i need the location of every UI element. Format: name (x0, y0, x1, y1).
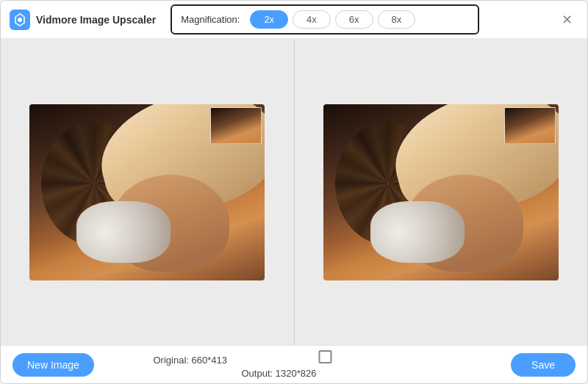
bottom-bar: New Image Original: 660*413 Output: 1320… (1, 345, 587, 383)
app-logo: Vidmore Image Upscaler (10, 10, 156, 30)
output-photo-flowers-element (370, 201, 465, 263)
header: Vidmore Image Upscaler Magnification: 2x… (1, 1, 587, 39)
photo-flowers-element (76, 201, 171, 263)
original-thumbnail-overlay (210, 107, 262, 144)
original-image-panel (1, 39, 295, 345)
original-image-display (29, 104, 265, 280)
app-logo-icon (10, 10, 30, 30)
output-image-panel (295, 39, 588, 345)
center-expand-area: Original: 660*413 Output: 1320*826 (154, 350, 435, 380)
close-button[interactable]: ✕ (556, 9, 578, 31)
magnification-label: Magnification: (181, 14, 240, 25)
output-thumbnail-overlay (504, 107, 556, 144)
bottom-actions: New Image Original: 660*413 Output: 1320… (12, 353, 576, 377)
output-info-label: Output: 1320*826 (242, 368, 317, 379)
app-title: Vidmore Image Upscaler (36, 14, 156, 26)
mag-btn-4x[interactable]: 4x (293, 10, 331, 29)
output-photo (323, 104, 559, 280)
mag-btn-8x[interactable]: 8x (378, 10, 416, 29)
output-image-display (323, 104, 559, 280)
magnification-buttons: 2x 4x 6x 8x (250, 10, 415, 29)
mag-btn-6x[interactable]: 6x (335, 10, 373, 29)
original-photo (29, 104, 265, 280)
original-info-label: Original: 660*413 (154, 355, 227, 366)
app-window: Vidmore Image Upscaler Magnification: 2x… (0, 0, 588, 384)
mag-btn-2x[interactable]: 2x (250, 10, 288, 29)
content-area (1, 39, 587, 345)
new-image-button[interactable]: New Image (12, 353, 94, 377)
expand-icon[interactable] (318, 350, 331, 363)
magnification-bar: Magnification: 2x 4x 6x 8x (171, 4, 479, 35)
save-button[interactable]: Save (511, 353, 576, 377)
svg-point-1 (18, 18, 22, 22)
